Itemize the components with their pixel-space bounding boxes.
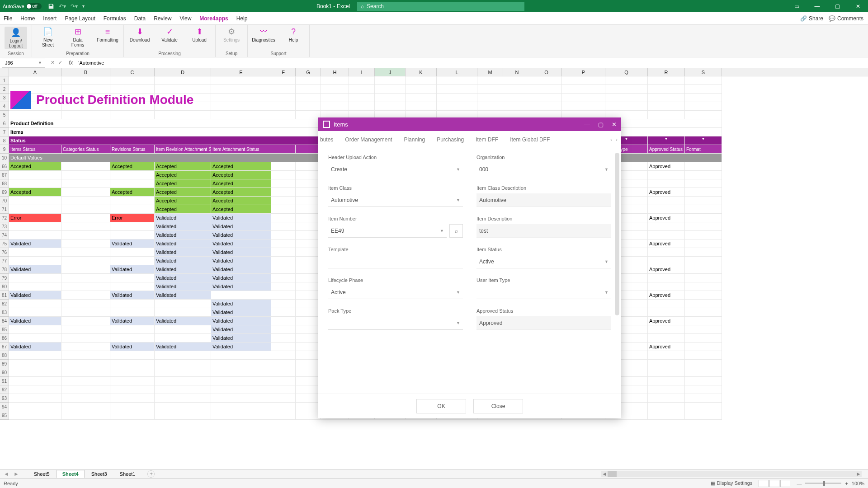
ribbon-download-button[interactable]: ⬇Download — [128, 27, 151, 42]
cell[interactable] — [9, 205, 61, 214]
cell[interactable] — [648, 377, 685, 385]
cell[interactable]: Approved — [648, 239, 685, 248]
cell[interactable] — [648, 179, 685, 188]
row-header[interactable]: 69 — [0, 188, 9, 197]
column-header[interactable]: I — [349, 68, 375, 76]
formula-input[interactable]: 'Automotive — [75, 60, 868, 66]
cell[interactable] — [375, 102, 406, 111]
redo-icon[interactable]: ↷▾ — [71, 3, 78, 9]
cell[interactable] — [648, 197, 685, 205]
cell[interactable] — [296, 231, 321, 239]
cell[interactable] — [562, 102, 605, 111]
template-field[interactable] — [328, 255, 463, 268]
cell[interactable] — [349, 85, 375, 94]
autosave[interactable]: AutoSave Off — [3, 3, 42, 9]
cell[interactable] — [155, 385, 211, 394]
cell[interactable] — [605, 85, 648, 94]
cell[interactable] — [648, 222, 685, 231]
column-header[interactable]: J — [375, 68, 406, 76]
lifecycle-phase-dropdown[interactable]: Active▼ — [328, 286, 463, 299]
cell[interactable]: Accepted — [211, 205, 271, 214]
cell[interactable]: Validated — [155, 222, 211, 231]
cell[interactable] — [9, 334, 61, 343]
cell[interactable] — [61, 403, 110, 411]
cell[interactable] — [503, 76, 531, 85]
cell[interactable]: Validated — [110, 317, 155, 325]
row-header[interactable]: 88 — [0, 351, 9, 360]
cell[interactable] — [648, 385, 685, 394]
row-header[interactable]: 2 — [0, 85, 9, 94]
cell[interactable]: Validated — [155, 274, 211, 282]
sheet-nav-next-icon[interactable]: ► — [14, 471, 19, 477]
user-item-type-dropdown[interactable]: ▼ — [476, 286, 611, 299]
dialog-tab[interactable]: butes — [320, 136, 333, 143]
maximize-button[interactable]: ▢ — [827, 0, 848, 12]
row-header[interactable]: 76 — [0, 248, 9, 257]
cell[interactable]: Validated — [211, 222, 271, 231]
cell[interactable] — [296, 222, 321, 231]
cell[interactable]: Accepted — [9, 188, 61, 197]
row-header[interactable]: 83 — [0, 308, 9, 317]
autosave-toggle[interactable]: Off — [26, 3, 42, 9]
cell[interactable] — [271, 188, 296, 197]
cell[interactable]: Accepted — [211, 188, 271, 197]
cell[interactable] — [321, 76, 349, 85]
cell[interactable] — [296, 188, 321, 197]
cell[interactable] — [9, 248, 61, 257]
cell[interactable] — [61, 265, 110, 274]
cell[interactable]: Item Attachment Status — [211, 145, 296, 154]
cell[interactable] — [349, 76, 375, 85]
sheet-tab[interactable]: Sheet1 — [114, 470, 142, 478]
cell[interactable] — [685, 214, 722, 222]
new-sheet-button[interactable]: + — [147, 470, 155, 478]
ribbon-display-icon[interactable]: ▭ — [787, 0, 807, 12]
cell[interactable] — [648, 85, 685, 94]
cell[interactable] — [648, 308, 685, 317]
dialog-titlebar[interactable]: Items — ▢ ✕ — [318, 117, 621, 131]
dialog-tab-next-icon[interactable]: › — [616, 136, 618, 143]
cell[interactable] — [685, 179, 722, 188]
cell[interactable]: Validated — [211, 248, 271, 257]
cell[interactable]: Validated — [155, 317, 211, 325]
column-header[interactable]: P — [562, 68, 605, 76]
cell[interactable] — [648, 325, 685, 334]
cell[interactable] — [9, 222, 61, 231]
cell[interactable] — [406, 102, 437, 111]
cell[interactable] — [155, 368, 211, 377]
cell[interactable] — [562, 76, 605, 85]
cell[interactable] — [685, 377, 722, 385]
cell[interactable] — [685, 291, 722, 300]
cell[interactable]: ▼ — [648, 136, 685, 145]
cell[interactable] — [648, 351, 685, 360]
cell[interactable]: Validated — [9, 343, 61, 351]
minimize-button[interactable]: — — [807, 0, 827, 12]
cell[interactable] — [61, 325, 110, 334]
cell[interactable] — [271, 179, 296, 188]
cell[interactable] — [155, 300, 211, 308]
cell[interactable] — [321, 94, 349, 102]
cell[interactable] — [296, 257, 321, 265]
cell[interactable] — [503, 102, 531, 111]
column-header[interactable]: A — [9, 68, 61, 76]
cell[interactable] — [271, 205, 296, 214]
cell[interactable] — [605, 94, 648, 102]
row-header[interactable]: 74 — [0, 231, 9, 239]
cell[interactable] — [271, 394, 296, 403]
column-header[interactable]: F — [271, 68, 296, 76]
cell[interactable] — [155, 325, 211, 334]
cell[interactable] — [211, 403, 271, 411]
cell[interactable] — [110, 274, 155, 282]
cell[interactable] — [9, 351, 61, 360]
cell[interactable]: Approved — [648, 188, 685, 197]
cell[interactable] — [406, 94, 437, 102]
cell[interactable] — [271, 231, 296, 239]
cell[interactable] — [296, 343, 321, 351]
row-header[interactable]: 82 — [0, 300, 9, 308]
cell[interactable] — [321, 85, 349, 94]
column-header[interactable]: N — [503, 68, 531, 76]
cell[interactable]: Validated — [110, 265, 155, 274]
cell[interactable] — [110, 205, 155, 214]
cell[interactable] — [211, 411, 271, 420]
cell[interactable]: Validated — [155, 291, 211, 300]
cell[interactable] — [562, 94, 605, 102]
